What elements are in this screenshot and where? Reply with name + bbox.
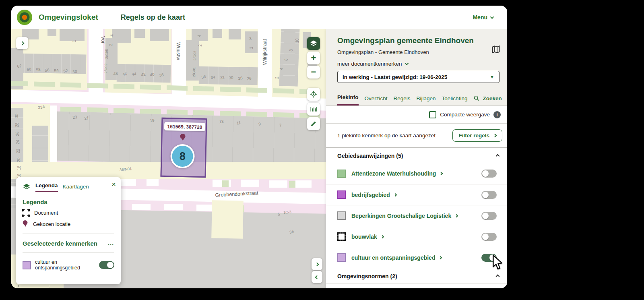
section-header[interactable]: Gebiedsaanwijzingen (5) (326, 148, 507, 163)
map-building (134, 29, 145, 38)
main-content: 161569, 387720 8 62605856545250148464442… (11, 29, 507, 288)
rule-label[interactable]: bouwvlak (351, 234, 377, 240)
rule-row: Attentiezone Waterhuishouding (326, 163, 507, 184)
document-version-select[interactable]: In werking - Laatst gewijzigd: 19-06-202… (337, 71, 500, 83)
toggle-switch[interactable] (481, 170, 497, 178)
close-icon[interactable]: × (111, 180, 116, 188)
toggle-switch[interactable] (481, 212, 497, 220)
tab-toelichting[interactable]: Toelichting (442, 95, 468, 106)
selected-parcel[interactable]: 161569, 387720 8 (160, 118, 207, 178)
legend-item-location: Gekozen locatie (23, 220, 114, 228)
map-building (186, 40, 199, 81)
app-window: Omgevingsloket Regels op de kaart Menu (11, 6, 507, 288)
location-pin-icon (180, 134, 186, 142)
map-building (192, 29, 208, 41)
plan-title: Omgevingsplan gemeente Eindhoven (337, 36, 502, 45)
dropdown-arrow-icon: ▼ (490, 74, 494, 79)
map-building-row (199, 66, 258, 85)
brand-name: Omgevingsloket (39, 13, 98, 22)
result-count-text: 1 plekinfo kenmerk op de kaart aangezet (337, 132, 436, 139)
selected-features-title: Geselecteerde kenmerken (23, 240, 97, 247)
selected-feature-label: cultuur en ontspanningsgebied (35, 259, 95, 271)
toggle-switch[interactable] (481, 191, 497, 199)
info-icon[interactable]: i (493, 111, 501, 118)
filter-button-label: Filter regels (458, 132, 489, 139)
toggle-switch[interactable] (99, 261, 114, 269)
map-building-row (117, 64, 171, 83)
layers-icon (23, 183, 31, 191)
map-pin-icon[interactable] (491, 44, 501, 54)
map-building (295, 180, 312, 188)
location-pin-icon (23, 220, 28, 228)
panel-open-button[interactable] (312, 258, 322, 270)
document-outline-icon (23, 209, 29, 216)
locate-button[interactable] (307, 88, 320, 101)
chevron-right-icon (493, 134, 497, 138)
chevron-down-icon (405, 61, 409, 65)
sidebar-header: Omgevingsplan gemeente Eindhoven Omgevin… (326, 29, 507, 89)
divider (23, 252, 114, 253)
stage: Omgevingsloket Regels op de kaart Menu (0, 0, 644, 300)
map-greenery (289, 181, 295, 188)
map-building (213, 29, 222, 38)
cluster-count-badge[interactable]: 8 (170, 144, 195, 168)
rule-row: bedrijfsgebied (326, 184, 507, 205)
rule-label[interactable]: Beperkingen Grootschalige Logistiek (351, 213, 451, 219)
legend-item-label: Gekozen locatie (33, 221, 70, 227)
omgevingsloket-logo-icon (16, 9, 33, 26)
section-header[interactable]: Omgevingsnormen (2) (326, 268, 507, 283)
chevron-right-icon (440, 172, 443, 175)
compact-view-checkbox[interactable] (429, 111, 436, 118)
measure-button[interactable] (307, 103, 320, 116)
panel-close-button[interactable] (312, 271, 322, 283)
tab-bijlagen[interactable]: Bijlagen (417, 95, 436, 106)
toggle-switch[interactable] (481, 233, 497, 241)
sidebar-tabs: Plekinfo Overzicht Regels Bijlagen Toeli… (326, 89, 507, 106)
zoom-in-button[interactable]: + (307, 52, 320, 64)
plan-subtitle: Omgevingsplan - Gemeente Eindhoven (337, 49, 502, 55)
sidebar-sections: Gebiedsaanwijzingen (5)Attentiezone Wate… (326, 147, 507, 288)
rule-row: Beperkingen Grootschalige Logistiek (326, 205, 507, 226)
chevron-up-icon[interactable] (496, 274, 500, 278)
legend-tab-legenda[interactable]: Legenda (35, 182, 58, 192)
menu-button[interactable]: Menu (473, 14, 493, 21)
search-button[interactable]: Zoeken (473, 95, 502, 106)
plan-sidebar: Omgevingsplan gemeente Eindhoven Omgevin… (326, 29, 507, 288)
map-building (60, 29, 85, 41)
layers-button[interactable] (307, 37, 320, 50)
page-title: Regels op de kaart (121, 13, 185, 22)
tab-regels[interactable]: Regels (394, 95, 411, 106)
draw-button[interactable] (307, 117, 320, 130)
rule-label[interactable]: bedrijfsgebied (351, 192, 390, 198)
divider (23, 234, 114, 234)
tab-plekinfo[interactable]: Plekinfo (337, 94, 359, 106)
map-canvas[interactable]: 161569, 387720 8 62605856545250148464442… (11, 29, 326, 288)
menu-label: Menu (473, 14, 487, 21)
map-building (47, 29, 56, 36)
mouse-cursor (492, 254, 504, 271)
compact-view-row: Compacte weergave i (326, 106, 507, 124)
version-select-value: In werking - Laatst gewijzigd: 19-06-202… (343, 74, 447, 80)
legend-item-label: Document (34, 210, 58, 216)
map-building (105, 38, 118, 80)
tab-overzicht[interactable]: Overzicht (365, 95, 388, 106)
map-building (245, 31, 258, 53)
rule-label[interactable]: Attentiezone Waterhuishouding (351, 170, 436, 177)
more-document-features-link[interactable]: meer documentkenmerken (337, 61, 502, 67)
filter-rules-button[interactable]: Filter regels (452, 129, 502, 142)
expand-panel-button[interactable] (16, 37, 28, 49)
legend-tab-kaartlagen[interactable]: Kaartlagen (63, 184, 89, 192)
rule-label[interactable]: cultuur en ontspanningsgebied (351, 254, 435, 261)
map-building (150, 29, 169, 41)
zoom-out-button[interactable]: − (307, 66, 320, 79)
selected-features-header: Geselecteerde kenmerken … (23, 240, 114, 247)
dashed-swatch (337, 232, 346, 241)
map-building (132, 204, 151, 210)
rule-row: bouwvlak (326, 226, 507, 247)
chevron-up-icon[interactable] (496, 154, 500, 158)
overflow-menu-icon[interactable]: … (107, 240, 114, 247)
search-icon (473, 95, 480, 101)
legend-header: Legenda Kaartlagen (23, 182, 114, 192)
scale-bar (19, 285, 49, 287)
rule-row: maximum bouwhoogte (326, 283, 507, 288)
